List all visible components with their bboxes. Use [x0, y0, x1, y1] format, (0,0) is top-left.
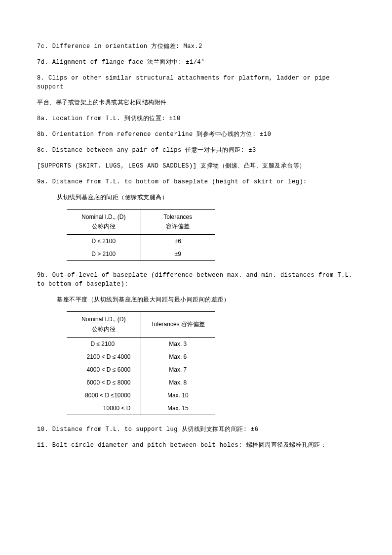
table-b-c2: Max. 3 — [141, 337, 215, 350]
table-b-c1: D ≤ 2100 — [67, 337, 141, 350]
table-b-c2: Max. 8 — [141, 376, 215, 389]
line-8a: 8a. Location from T.L. 到切线的位置: ±10 — [37, 114, 355, 123]
table-b-c1: 8000 < D ≤10000 — [67, 389, 141, 402]
table-a-header-2: Tolerances 容许偏差 — [141, 210, 215, 235]
line-8: 8. Clips or other similar structural att… — [37, 74, 355, 91]
table-b-row: D ≤ 2100 Max. 3 — [67, 337, 215, 350]
table-b-c1: 4000 < D ≤ 6000 — [67, 363, 141, 376]
table-a-r2c1: D > 2100 — [67, 248, 141, 261]
table-b-header-1: Nominal I.D., (D) 公称内径 — [67, 312, 141, 337]
table-b-c2: Max. 7 — [141, 363, 215, 376]
table-b-c2: Max. 15 — [141, 402, 215, 415]
table-a-h2-cn: 容许偏差 — [166, 223, 190, 230]
line-8c: 8c. Distance between any pair of clips 任… — [37, 146, 355, 155]
line-9b-cn: 基座不平度（从切线到基座底的最大间距与最小间距间的差距） — [37, 296, 355, 304]
table-b-c1: 6000 < D ≤ 8000 — [67, 376, 141, 389]
table-b-row: 8000 < D ≤10000 Max. 10 — [67, 389, 215, 402]
table-a-r1c1: D ≤ 2100 — [67, 235, 141, 248]
line-9a-cn: 从切线到基座底的间距（侧缘或支腿高） — [37, 193, 355, 202]
line-9b: 9b. Out-of-level of baseplate (differenc… — [37, 271, 355, 289]
line-11: 11. Bolt circle diameter and pitch betwe… — [37, 441, 355, 450]
table-a-header-1: Nominal I.D., (D) 公称内径 — [67, 210, 141, 235]
table-b-row: 4000 < D ≤ 6000 Max. 7 — [67, 363, 215, 376]
line-9a: 9a. Distance from T.L. to bottom of base… — [37, 177, 355, 186]
line-7d: 7d. Alignment of flange face 法兰面对中: ±1/4… — [37, 58, 355, 67]
table-a-r2c2: ±9 — [141, 248, 215, 261]
table-a-row-2: D > 2100 ±9 — [67, 248, 215, 261]
table-b-row: 10000 < D Max. 15 — [67, 402, 215, 415]
line-8-cn: 平台、梯子或管架上的卡具或其它相同结构附件 — [37, 98, 355, 107]
table-b-c2: Max. 10 — [141, 389, 215, 402]
table-b-row: 2100 < D ≤ 4000 Max. 6 — [67, 350, 215, 363]
table-b-header-2: Tolerances 容许偏差 — [141, 312, 215, 337]
line-supports: [SUPPORTS (SKIRT, LUGS, LEGS AND SADDLES… — [37, 162, 355, 171]
table-a-row-1: D ≤ 2100 ±6 — [67, 235, 215, 248]
table-b-c1: 10000 < D — [67, 402, 141, 415]
tolerance-table-a: Nominal I.D., (D) 公称内径 Tolerances 容许偏差 D… — [67, 209, 215, 261]
table-b-h2: Tolerances 容许偏差 — [151, 321, 205, 328]
table-a-r1c2: ±6 — [141, 235, 215, 248]
line-10: 10. Distance from T.L. to support lug 从切… — [37, 425, 355, 434]
table-b-c2: Max. 6 — [141, 350, 215, 363]
table-a-h1-cn: 公称内径 — [92, 223, 116, 230]
table-b-h1-cn: 公称内径 — [92, 326, 116, 333]
table-b-row: 6000 < D ≤ 8000 Max. 8 — [67, 376, 215, 389]
table-a-h2-en: Tolerances — [163, 213, 192, 220]
line-8b: 8b. Orientation from reference centerlin… — [37, 130, 355, 139]
table-b-h1-en: Nominal I.D., (D) — [81, 316, 125, 323]
line-7c: 7c. Difference in orientation 方位偏差: Max.… — [37, 42, 355, 51]
tolerance-table-b: Nominal I.D., (D) 公称内径 Tolerances 容许偏差 D… — [67, 311, 215, 415]
table-a-h1-en: Nominal I.D., (D) — [81, 213, 125, 220]
table-b-c1: 2100 < D ≤ 4000 — [67, 350, 141, 363]
